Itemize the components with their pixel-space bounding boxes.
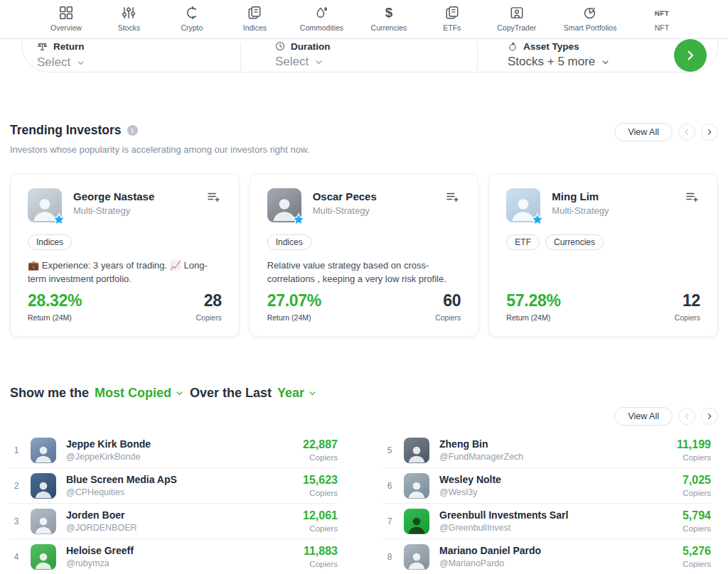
section-title: Trending Investors <box>10 123 122 138</box>
nav-item-stocks[interactable]: Stocks <box>111 5 146 38</box>
investor-strategy: Multi-Strategy <box>313 205 377 216</box>
investor-row[interactable]: 5 Zheng Bin @FundManagerZech 11,199 Copi… <box>383 433 711 468</box>
view-all-button[interactable]: View All <box>614 407 673 426</box>
nav-item-currencies[interactable]: $ Currencies <box>371 5 407 38</box>
avatar <box>404 509 429 534</box>
info-icon[interactable]: i <box>127 125 138 136</box>
avatar <box>31 509 56 534</box>
avatar <box>31 544 56 570</box>
next-arrow-button[interactable] <box>701 408 718 425</box>
grid-icon <box>58 5 74 21</box>
verified-star-badge <box>530 212 545 227</box>
sort-dropdown[interactable]: Most Copied <box>95 386 184 401</box>
rank-number: 4 <box>10 552 23 562</box>
investor-username: @Wesl3y <box>439 487 501 497</box>
filter-label: Duration <box>291 41 331 52</box>
investor-name: Greenbull Investments Sarl <box>439 509 568 521</box>
chevron-down-icon <box>601 58 610 67</box>
investor-row[interactable]: 4 Heloise Greeff @rubymza 11,883 Copiers <box>10 539 338 574</box>
avatar <box>31 473 56 499</box>
nav-label: Smart Portfolios <box>564 23 617 32</box>
investor-card[interactable]: Ming Lim Multi-Strategy ETF Currencies 5… <box>488 173 718 337</box>
duration-filter-dropdown[interactable]: Duration Select <box>274 40 331 69</box>
investor-card[interactable]: Oscar Peces Multi-Strategy Indices Relat… <box>250 173 479 337</box>
copiers-label: Copiers <box>435 313 461 322</box>
copiers-label: Copiers <box>682 524 711 533</box>
nav-item-crypto[interactable]: Crypto <box>174 5 210 38</box>
investor-row[interactable]: 7 Greenbull Investments Sarl @GreenbullI… <box>383 504 711 539</box>
nav-label: Commodities <box>300 23 343 32</box>
chevron-down-icon <box>175 389 184 398</box>
rank-number: 1 <box>10 445 23 455</box>
nav-label: NFT <box>655 23 669 32</box>
investor-name: Zheng Bin <box>439 438 523 450</box>
nav-item-etfs[interactable]: ETFs <box>434 5 470 38</box>
investor-username: @GreenbullInvest <box>439 523 568 533</box>
prev-arrow-button[interactable] <box>678 124 695 141</box>
avatar <box>404 473 429 499</box>
copiers-value: 11,199 <box>677 438 711 451</box>
svg-text:$: $ <box>385 5 393 20</box>
nav-item-smart-portfolios[interactable]: Smart Portfolios <box>564 5 617 38</box>
period-dropdown[interactable]: Year <box>277 386 317 401</box>
asset-tag: Currencies <box>545 234 604 250</box>
nav-item-nft[interactable]: NFT NFT <box>644 5 680 38</box>
chevron-down-icon <box>76 58 85 67</box>
copiers-value: 5,276 <box>682 545 711 558</box>
copiers-label: Copiers <box>196 313 221 322</box>
investor-row[interactable]: 2 Blue Screen Media ApS @CPHequities 15,… <box>10 468 338 504</box>
heading-text: Show me the <box>10 386 89 401</box>
chevron-down-icon <box>308 389 317 398</box>
investor-name: Ming Lim <box>552 190 609 202</box>
copiers-value: 15,623 <box>303 474 338 487</box>
most-copied-section: Show me the Most Copied Over the Last Ye… <box>10 386 718 574</box>
investor-row[interactable]: 8 Mariano Daniel Pardo @MarianoPardo 5,2… <box>383 539 711 574</box>
return-label: Return (24M) <box>28 313 82 322</box>
sort-value: Most Copied <box>95 386 171 401</box>
view-all-button[interactable]: View All <box>614 123 673 141</box>
nav-item-indices[interactable]: Indices <box>237 5 272 38</box>
investor-username: @CPHequities <box>66 487 177 497</box>
chevron-right-icon <box>683 48 697 63</box>
investor-name: Blue Screen Media ApS <box>66 474 177 485</box>
copiers-value: 7,025 <box>682 474 711 487</box>
next-arrow-button[interactable] <box>701 124 718 141</box>
investor-username: @JeppeKirkBonde <box>66 452 151 462</box>
investor-card[interactable]: George Nastase Multi-Strategy Indices 💼 … <box>10 173 240 337</box>
candlestick-icon <box>121 5 136 21</box>
nav-label: Crypto <box>181 23 203 32</box>
filter-value: Select <box>37 55 70 70</box>
rank-number: 7 <box>383 516 396 526</box>
copiers-value: 12,061 <box>303 509 338 522</box>
avatar <box>506 188 540 222</box>
investor-row[interactable]: 3 Jorden Boer @JORDENBOER 12,061 Copiers <box>10 504 338 539</box>
copiers-label: Copiers <box>303 453 338 462</box>
clock-icon <box>274 40 286 52</box>
investor-row[interactable]: 6 Wesley Nolte @Wesl3y 7,025 Copiers <box>383 468 711 504</box>
add-to-watchlist-icon[interactable] <box>205 188 222 205</box>
add-to-watchlist-icon[interactable] <box>683 188 700 205</box>
copiers-label: Copiers <box>304 560 338 568</box>
investor-name: George Nastase <box>73 190 154 202</box>
nav-label: Stocks <box>118 23 141 32</box>
nav-item-commodities[interactable]: Commodities <box>300 5 343 38</box>
nav-item-overview[interactable]: Overview <box>48 5 84 38</box>
copiers-label: Copiers <box>682 489 711 497</box>
filter-label: Asset Types <box>523 41 579 52</box>
nav-label: Overview <box>50 23 82 32</box>
nft-icon: NFT <box>654 5 670 21</box>
return-filter-dropdown[interactable]: Return Select <box>36 40 85 70</box>
asset-types-filter-dropdown[interactable]: Asset Types Stocks + 5 more <box>507 40 610 69</box>
copiers-value: 12 <box>675 291 700 310</box>
scales-icon <box>36 40 48 53</box>
trending-investors-section: Trending Investors i Investors whose pop… <box>10 123 718 337</box>
investor-name: Jorden Boer <box>66 509 137 521</box>
apply-filters-button[interactable] <box>674 39 707 72</box>
copiers-value: 11,883 <box>304 545 338 558</box>
investor-row[interactable]: 1 Jeppe Kirk Bonde @JeppeKirkBonde 22,88… <box>10 433 338 468</box>
add-to-watchlist-icon[interactable] <box>444 188 461 205</box>
nav-item-copytrader[interactable]: CopyTrader <box>497 5 536 38</box>
ranking-heading: Show me the Most Copied Over the Last Ye… <box>10 386 718 401</box>
verified-star-badge <box>291 212 306 227</box>
prev-arrow-button[interactable] <box>678 408 695 425</box>
